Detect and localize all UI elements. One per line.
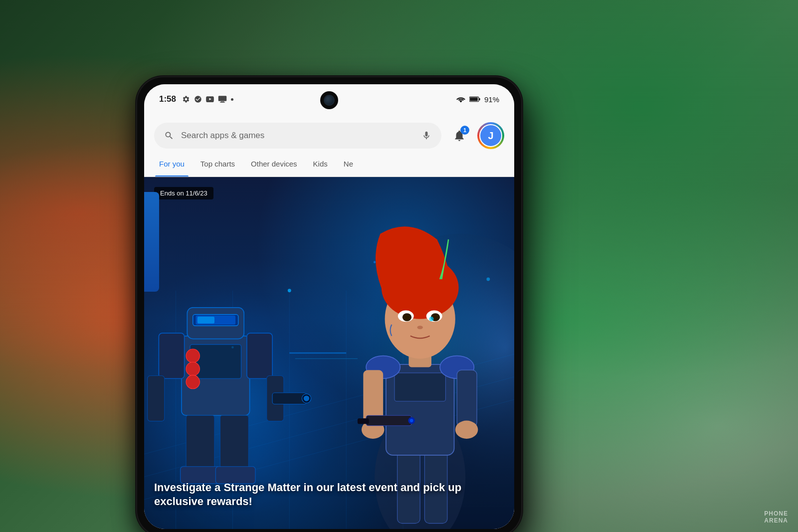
game-banner: Ends on 11/6/23 Investigate a Strange Ma… bbox=[144, 177, 514, 529]
svg-point-49 bbox=[402, 313, 411, 321]
ends-badge: Ends on 11/6/23 bbox=[154, 187, 213, 199]
svg-rect-23 bbox=[247, 333, 272, 378]
svg-point-20 bbox=[186, 362, 200, 375]
game-art-svg bbox=[144, 177, 514, 529]
search-icon bbox=[164, 131, 174, 141]
watermark-line1: PHONE bbox=[764, 510, 788, 517]
navigation-tabs: For you Top charts Other devices Kids Ne bbox=[144, 151, 514, 177]
svg-point-55 bbox=[455, 421, 478, 439]
svg-rect-27 bbox=[198, 317, 214, 324]
svg-point-36 bbox=[304, 395, 309, 401]
svg-point-51 bbox=[417, 326, 423, 329]
svg-rect-28 bbox=[186, 415, 214, 472]
wifi-icon bbox=[456, 96, 465, 103]
svg-rect-34 bbox=[272, 393, 306, 404]
svg-rect-5 bbox=[479, 98, 480, 101]
notification-badge: 1 bbox=[460, 126, 469, 135]
svg-point-64 bbox=[486, 278, 490, 281]
mic-icon[interactable] bbox=[421, 131, 431, 141]
content-area: Ends on 11/6/23 Investigate a Strange Ma… bbox=[144, 177, 514, 529]
camera-notch bbox=[320, 91, 338, 109]
youtube-icon bbox=[206, 96, 214, 102]
settings-icon bbox=[182, 95, 190, 103]
phone-body: 1:58 bbox=[137, 77, 521, 532]
search-placeholder: Search apps & games bbox=[181, 131, 414, 141]
svg-rect-56 bbox=[366, 415, 411, 425]
check-circle-icon bbox=[194, 95, 202, 103]
phone-screen: 1:58 bbox=[144, 84, 514, 529]
avatar-inner: J bbox=[479, 124, 502, 147]
tab-kids[interactable]: Kids bbox=[305, 151, 336, 177]
svg-rect-4 bbox=[470, 97, 478, 101]
watermark-line2: ARENA bbox=[764, 517, 788, 524]
status-time: 1:58 bbox=[159, 94, 176, 104]
svg-rect-2 bbox=[220, 102, 225, 103]
banner-text-area: Investigate a Strange Matter in our late… bbox=[154, 481, 504, 509]
search-bar[interactable]: Search apps & games bbox=[154, 123, 441, 149]
battery-percentage: 91% bbox=[484, 95, 499, 104]
svg-rect-53 bbox=[457, 370, 477, 427]
phone-device: 1:58 bbox=[137, 77, 521, 532]
svg-rect-41 bbox=[395, 373, 445, 401]
banner-title: Investigate a Strange Matter in our late… bbox=[154, 481, 504, 509]
status-right: 91% bbox=[456, 95, 499, 104]
youtube-tv-icon bbox=[218, 96, 227, 103]
tab-new[interactable]: Ne bbox=[336, 151, 361, 177]
camera-lens bbox=[324, 95, 335, 106]
svg-point-60 bbox=[288, 289, 291, 292]
notification-button[interactable]: 1 bbox=[447, 124, 471, 148]
svg-point-61 bbox=[374, 261, 376, 264]
svg-point-62 bbox=[429, 317, 433, 321]
search-area: Search apps & games 1 J bbox=[144, 114, 514, 155]
tab-other-devices[interactable]: Other devices bbox=[243, 151, 305, 177]
status-left: 1:58 bbox=[159, 94, 233, 104]
svg-point-59 bbox=[410, 419, 413, 422]
tab-for-you[interactable]: For you bbox=[151, 151, 193, 177]
status-icons bbox=[182, 95, 233, 103]
svg-rect-1 bbox=[220, 102, 224, 103]
svg-rect-32 bbox=[148, 376, 165, 421]
svg-point-19 bbox=[186, 349, 200, 362]
svg-rect-57 bbox=[358, 418, 369, 424]
svg-point-21 bbox=[186, 375, 200, 388]
svg-point-63 bbox=[231, 346, 234, 349]
tab-top-charts[interactable]: Top charts bbox=[193, 151, 243, 177]
svg-rect-0 bbox=[218, 96, 227, 101]
avatar-letter: J bbox=[488, 130, 493, 142]
status-dot bbox=[231, 98, 233, 101]
svg-rect-22 bbox=[159, 333, 184, 378]
svg-rect-29 bbox=[220, 415, 248, 472]
user-avatar[interactable]: J bbox=[477, 122, 504, 149]
left-card-partial bbox=[144, 192, 159, 292]
watermark: PHONE ARENA bbox=[764, 510, 788, 524]
battery-icon bbox=[469, 96, 480, 102]
